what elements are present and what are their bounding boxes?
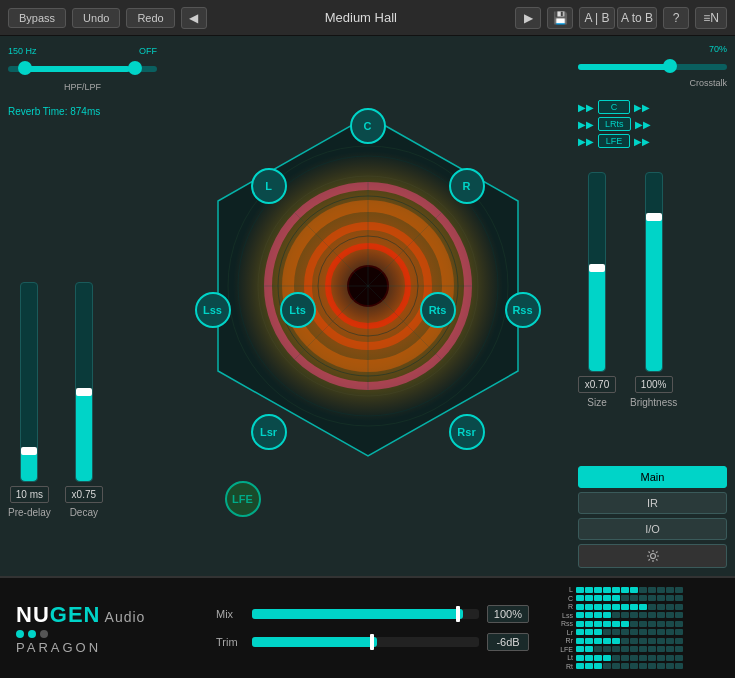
gear-icon <box>646 549 660 563</box>
brand-gen: GEN <box>50 602 101 627</box>
route-arrow-1b: ▶▶ <box>634 102 650 113</box>
vu-bars-lt <box>576 655 729 661</box>
vu-bars-r <box>576 604 729 610</box>
redo-button[interactable]: Redo <box>126 8 174 28</box>
decay-value[interactable]: x0.75 <box>65 486 103 503</box>
channel-rsr-button[interactable]: Rsr <box>449 414 485 450</box>
prev-preset-button[interactable]: ◀ <box>181 7 207 29</box>
vu-bars-rt <box>576 663 729 669</box>
channel-rss-button[interactable]: Rss <box>505 292 541 328</box>
bottom-panel: NUGEN Audio PARAGON Mix 100% Trim -6dB <box>0 576 735 678</box>
vu-row-rt: Rt <box>551 663 729 671</box>
vu-row-r: R <box>551 603 729 611</box>
trim-label: Trim <box>216 636 244 648</box>
next-preset-button[interactable]: ▶ <box>515 7 541 29</box>
predelay-slider-container: 10 ms Pre-delay <box>8 282 51 518</box>
vu-label-l: L <box>551 586 573 593</box>
crosstalk-value: 70% <box>578 44 727 54</box>
route-btn-lfe[interactable]: LFE <box>598 134 630 148</box>
filter-bar[interactable] <box>8 56 157 80</box>
vu-bars-lfe <box>576 646 729 652</box>
undo-button[interactable]: Undo <box>72 8 120 28</box>
route-arrow-3: ▶▶ <box>578 136 594 147</box>
channel-lss-button[interactable]: Lss <box>195 292 231 328</box>
mix-bar-handle[interactable] <box>456 606 460 622</box>
vu-row-c: C <box>551 595 729 603</box>
mix-label: Mix <box>216 608 244 620</box>
vu-row-rss: Rss <box>551 620 729 628</box>
size-fill <box>589 268 605 371</box>
trim-bar-track[interactable] <box>252 637 479 647</box>
mix-trim-section: Mix 100% Trim -6dB <box>200 578 545 678</box>
main-nav-button[interactable]: Main <box>578 466 727 488</box>
settings-nav-button[interactable] <box>578 544 727 568</box>
crosstalk-label: Crosstalk <box>578 78 727 88</box>
channel-lsr-button[interactable]: Lsr <box>251 414 287 450</box>
trim-bar-handle[interactable] <box>370 634 374 650</box>
filter-label: HPF/LPF <box>8 82 157 92</box>
mix-value[interactable]: 100% <box>487 605 529 623</box>
vu-row-lfe: LFE <box>551 646 729 654</box>
vu-label-rt: Rt <box>551 663 573 670</box>
mix-bar-track[interactable] <box>252 609 479 619</box>
preset-name: Medium Hall <box>213 10 509 25</box>
hpf-value: 150 Hz <box>8 46 37 56</box>
main-content: 150 Hz OFF HPF/LPF Reverb Time: 874ms 10 <box>0 36 735 576</box>
size-value[interactable]: x0.70 <box>578 376 616 393</box>
route-arrow-1: ▶▶ <box>578 102 594 113</box>
predelay-handle[interactable] <box>21 447 37 455</box>
a-to-b-button[interactable]: A to B <box>617 7 657 29</box>
vu-bars-c <box>576 595 729 601</box>
route-arrow-2: ▶▶ <box>578 119 594 130</box>
route-arrow-3b: ▶▶ <box>634 136 650 147</box>
channel-c-button[interactable]: C <box>350 108 386 144</box>
brightness-value[interactable]: 100% <box>635 376 673 393</box>
size-handle[interactable] <box>589 264 605 272</box>
brightness-handle[interactable] <box>646 213 662 221</box>
right-panel: 70% Crosstalk ▶▶ C ▶▶ ▶▶ LRts ▶▶ ▶▶ LF <box>570 36 735 576</box>
menu-button[interactable]: ≡N <box>695 7 727 29</box>
save-preset-button[interactable]: 💾 <box>547 7 573 29</box>
decay-label: Decay <box>70 507 98 518</box>
predelay-value[interactable]: 10 ms <box>10 486 49 503</box>
channel-rts-button[interactable]: Rts <box>420 292 456 328</box>
left-panel: 150 Hz OFF HPF/LPF Reverb Time: 874ms 10 <box>0 36 165 576</box>
brightness-slider-track[interactable] <box>645 172 663 372</box>
route-arrow-2b: ▶▶ <box>635 119 651 130</box>
channel-lts-button[interactable]: Lts <box>280 292 316 328</box>
ab-toggle-button[interactable]: A | B <box>579 7 615 29</box>
vu-meter-section: L C <box>545 578 735 678</box>
route-btn-lrts[interactable]: LRts <box>598 117 631 131</box>
decay-slider-track[interactable] <box>75 282 93 482</box>
predelay-slider-track[interactable] <box>20 282 38 482</box>
channel-l-button[interactable]: L <box>251 168 287 204</box>
brand-section: NUGEN Audio PARAGON <box>0 578 200 678</box>
center-section: C L R Lts Rts Lss Rss Lsr Rsr LFE <box>165 36 570 576</box>
ir-nav-button[interactable]: IR <box>578 492 727 514</box>
crosstalk-handle[interactable] <box>663 59 677 73</box>
brand-nu: NU <box>16 602 50 627</box>
hpf-handle[interactable] <box>18 61 32 75</box>
vu-label-rss: Rss <box>551 620 573 627</box>
trim-value[interactable]: -6dB <box>487 633 529 651</box>
size-slider-track[interactable] <box>588 172 606 372</box>
io-nav-button[interactable]: I/O <box>578 518 727 540</box>
decay-slider-container: x0.75 Decay <box>65 282 103 518</box>
brightness-slider-container: 100% Brightness <box>630 172 677 408</box>
decay-handle[interactable] <box>76 388 92 396</box>
mix-row: Mix 100% <box>216 605 529 623</box>
lpf-handle[interactable] <box>128 61 142 75</box>
route-btn-c[interactable]: C <box>598 100 630 114</box>
crosstalk-section: 70% Crosstalk <box>578 44 727 88</box>
hex-background <box>183 96 553 526</box>
crosstalk-active <box>578 64 668 70</box>
vu-row-rr: Rr <box>551 637 729 645</box>
predelay-label: Pre-delay <box>8 507 51 518</box>
channel-lfe-button[interactable]: LFE <box>225 481 261 517</box>
crosstalk-bar[interactable] <box>578 54 727 78</box>
help-button[interactable]: ? <box>663 7 689 29</box>
channel-r-button[interactable]: R <box>449 168 485 204</box>
vu-label-lt: Lt <box>551 654 573 661</box>
bypass-button[interactable]: Bypass <box>8 8 66 28</box>
vu-label-c: C <box>551 595 573 602</box>
